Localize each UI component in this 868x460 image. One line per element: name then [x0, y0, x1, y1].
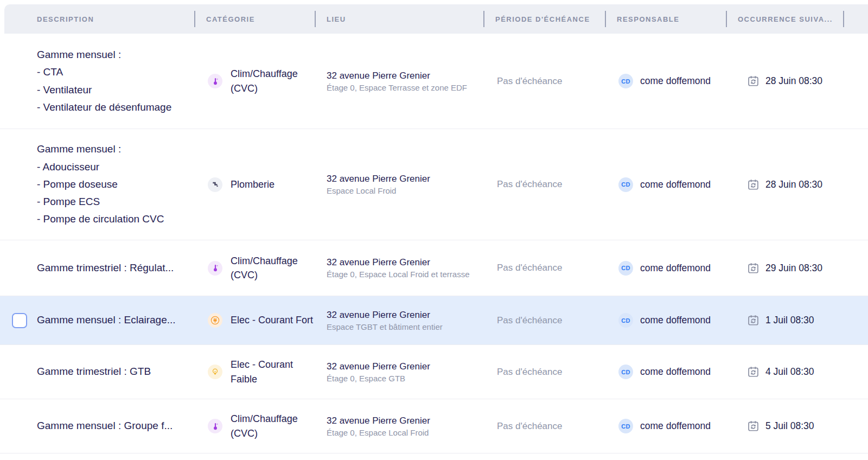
- calendar-sync-icon: [747, 178, 760, 191]
- category-label: Clim/Chauffage (CVC): [231, 254, 316, 282]
- location-address: 32 avenue Pierre Grenier: [327, 257, 484, 268]
- task-description: Gamme trimestriel : GTB: [30, 363, 195, 380]
- next-occurrence-date: 29 Juin 08:30: [765, 263, 822, 274]
- table-row[interactable]: Gamme mensuel : - CTA - Ventilateur - Ve…: [0, 34, 868, 129]
- table-row-selected[interactable]: Gamme mensuel : Eclairage... Elec - Cour…: [0, 296, 868, 345]
- responsible-name: come doffemond: [640, 179, 711, 190]
- row-checkbox-cell: [0, 296, 30, 344]
- location-detail: Espace TGBT et bâtiment entier: [327, 322, 484, 331]
- thermometer-icon: [208, 74, 222, 88]
- due-period: Pas d'échéance: [484, 76, 606, 87]
- calendar-sync-icon: [747, 75, 760, 87]
- location-detail: Étage 0, Espace GTB: [327, 374, 484, 383]
- avatar: CD: [618, 74, 633, 88]
- location-address: 32 avenue Pierre Grenier: [327, 416, 484, 426]
- row-checkbox-cell: [0, 129, 30, 240]
- row-checkbox[interactable]: [12, 313, 27, 328]
- location-detail: Espace Local Froid: [327, 186, 484, 195]
- task-description: Gamme mensuel : Groupe f...: [30, 417, 195, 435]
- row-checkbox-cell: [0, 34, 30, 129]
- avatar: CD: [618, 261, 633, 276]
- responsible-name: come doffemond: [640, 263, 711, 274]
- maintenance-table: DESCRIPTION CATÉGORIE LIEU PÉRIODE D'ÉCH…: [0, 4, 868, 453]
- next-occurrence-date: 1 Juil 08:30: [765, 315, 814, 326]
- due-period: Pas d'échéance: [484, 315, 606, 326]
- location-detail: Étage 0, Espace Local Froid et terrasse: [327, 270, 484, 279]
- thermometer-icon: [208, 419, 222, 433]
- column-header-lieu[interactable]: LIEU: [316, 4, 484, 34]
- avatar: CD: [618, 313, 633, 328]
- task-description: Gamme mensuel : Eclairage...: [30, 311, 195, 329]
- column-header-description[interactable]: DESCRIPTION: [4, 4, 195, 34]
- table-row[interactable]: Gamme mensuel : Groupe f... Clim/Chauffa…: [0, 399, 868, 453]
- due-period: Pas d'échéance: [484, 179, 606, 190]
- next-occurrence-date: 28 Juin 08:30: [765, 179, 822, 190]
- task-description: Gamme mensuel : - CTA - Ventilateur - Ve…: [30, 46, 195, 116]
- task-description: Gamme mensuel : - Adoucisseur - Pompe do…: [30, 140, 195, 228]
- row-checkbox-cell: [0, 345, 30, 399]
- category-label: Clim/Chauffage (CVC): [231, 67, 316, 95]
- thermometer-icon: [208, 261, 222, 276]
- responsible-name: come doffemond: [640, 315, 711, 326]
- table-row[interactable]: Gamme trimestriel : GTB Elec - Courant F…: [0, 345, 868, 399]
- column-header-periode-echeance[interactable]: PÉRIODE D'ÉCHÉANCE: [484, 4, 606, 34]
- table-header: DESCRIPTION CATÉGORIE LIEU PÉRIODE D'ÉCH…: [4, 4, 868, 34]
- location-address: 32 avenue Pierre Grenier: [327, 71, 484, 81]
- avatar: CD: [618, 177, 633, 192]
- category-label: Clim/Chauffage (CVC): [231, 412, 316, 440]
- column-header-occurrence-suivante[interactable]: OCCURRENCE SUIVA...: [727, 4, 868, 34]
- next-occurrence-date: 28 Juin 08:30: [765, 75, 822, 87]
- table-row[interactable]: Gamme trimestriel : Régulat... Clim/Chau…: [0, 240, 868, 296]
- calendar-sync-icon: [747, 314, 760, 327]
- due-period: Pas d'échéance: [484, 367, 606, 378]
- location-address: 32 avenue Pierre Grenier: [327, 310, 484, 321]
- avatar: CD: [618, 419, 633, 433]
- location-detail: Étage 0, Espace Local Froid: [327, 428, 484, 437]
- due-period: Pas d'échéance: [484, 421, 606, 432]
- next-occurrence-date: 4 Juil 08:30: [765, 366, 814, 378]
- location-address: 32 avenue Pierre Grenier: [327, 174, 484, 184]
- next-occurrence-date: 5 Juil 08:30: [765, 420, 814, 432]
- task-description: Gamme trimestriel : Régulat...: [30, 259, 195, 277]
- responsible-name: come doffemond: [640, 75, 711, 87]
- bulb-icon: [208, 365, 222, 379]
- location-address: 32 avenue Pierre Grenier: [327, 361, 484, 372]
- responsible-name: come doffemond: [640, 366, 711, 378]
- column-header-categorie[interactable]: CATÉGORIE: [195, 4, 316, 34]
- category-label: Elec - Courant Fort: [231, 313, 313, 327]
- calendar-sync-icon: [747, 366, 760, 378]
- row-checkbox-cell: [0, 399, 30, 453]
- calendar-sync-icon: [747, 262, 760, 274]
- avatar: CD: [618, 365, 633, 379]
- row-checkbox-cell: [0, 240, 30, 296]
- table-row[interactable]: Gamme mensuel : - Adoucisseur - Pompe do…: [0, 129, 868, 240]
- plug-icon: [208, 313, 222, 328]
- pipe-icon: [208, 177, 222, 192]
- location-detail: Étage 0, Espace Terrasse et zone EDF: [327, 83, 484, 92]
- category-label: Plomberie: [231, 177, 275, 191]
- due-period: Pas d'échéance: [484, 263, 606, 273]
- responsible-name: come doffemond: [640, 420, 711, 432]
- calendar-sync-icon: [747, 420, 760, 432]
- category-label: Elec - Courant Faible: [231, 357, 316, 386]
- column-header-responsable[interactable]: RESPONSABLE: [606, 4, 727, 34]
